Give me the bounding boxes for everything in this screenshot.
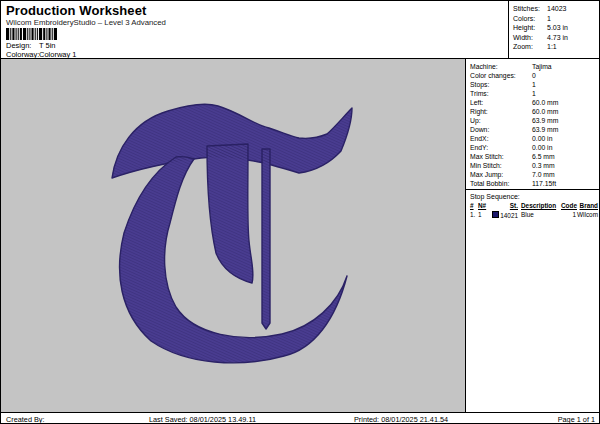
col-description: Description: [518, 202, 561, 211]
machine-row: Min Stitch:0.3 mm: [470, 161, 599, 170]
design-canvas: [1, 59, 465, 412]
summary-label: Colors:: [513, 14, 547, 24]
cell-brand: Wilcom: [576, 211, 598, 220]
machine-info-panel: Machine:Tajima Color changes:0 Stops:1 T…: [465, 59, 600, 412]
machine-label: EndX:: [470, 134, 532, 143]
machine-value: 60.0 mm: [532, 107, 558, 116]
machine-value: 1: [532, 80, 536, 89]
machine-row: EndX:0.00 in: [470, 134, 599, 143]
machine-label: Max Jump:: [470, 170, 532, 179]
machine-value: 0: [532, 71, 536, 80]
cell-description: Blue: [518, 211, 561, 220]
machine-row: Max Stitch:6.5 mm: [470, 152, 599, 161]
machine-row: Left:60.0 mm: [470, 98, 599, 107]
footer-bar: Created By: Last Saved: 08/01/2025 13.49…: [1, 412, 600, 424]
machine-row: Down:63.9 mm: [470, 125, 599, 134]
machine-value: 7.0 mm: [532, 170, 555, 179]
machine-row: EndY:0.00 in: [470, 143, 599, 152]
cell-num: 1.: [470, 211, 478, 220]
summary-row: Colors:1: [513, 14, 599, 24]
stitch-summary-panel: Stitches:14023 Colors:1 Height:5.03 in W…: [508, 1, 600, 59]
colorway-row: Colorway: Colorway 1: [6, 50, 77, 59]
page-title: Production Worksheet: [6, 3, 146, 18]
machine-label: Left:: [470, 98, 532, 107]
machine-value: 60.0 mm: [532, 98, 558, 107]
cell-n: 1: [478, 211, 491, 220]
summary-value: 5.03 in: [547, 23, 568, 33]
machine-value: 117.15ft: [532, 179, 556, 188]
printed-text: Printed: 08/01/2025 21.41.54: [354, 415, 448, 424]
summary-label: Width:: [513, 33, 547, 43]
col-st: St.: [491, 202, 518, 211]
machine-value: 63.9 mm: [532, 125, 558, 134]
machine-value: 1: [532, 89, 536, 98]
stop-sequence-table: # N# St. Description Code Brand 1. 1 140…: [470, 202, 598, 220]
summary-row: Height:5.03 in: [513, 23, 599, 33]
table-header-row: # N# St. Description Code Brand: [470, 202, 598, 211]
cell-code: 1: [561, 211, 576, 220]
machine-label: EndY:: [470, 143, 532, 152]
machine-label: Down:: [470, 125, 532, 134]
machine-label: Machine:: [470, 62, 532, 71]
machine-label: Color changes:: [470, 71, 532, 80]
colorway-value: Colorway 1: [39, 50, 77, 59]
machine-label: Up:: [470, 116, 532, 125]
machine-row: Right:60.0 mm: [470, 107, 599, 116]
machine-row: Up:63.9 mm: [470, 116, 599, 125]
machine-row: Max Jump:7.0 mm: [470, 170, 599, 179]
machine-label: Right:: [470, 107, 532, 116]
table-row: 1. 1 14021 Blue 1 Wilcom: [470, 211, 598, 220]
machine-row: Total Bobbin:117.15ft: [470, 179, 599, 188]
summary-row: Width:4.73 in: [513, 33, 599, 43]
stop-sequence-section: Stop Sequence: # N# St. Description Code…: [466, 190, 600, 220]
design-label: Design:: [6, 41, 39, 50]
summary-value: 1: [547, 14, 551, 24]
summary-label: Stitches:: [513, 4, 547, 14]
stop-sequence-title: Stop Sequence:: [470, 192, 598, 201]
machine-value: 0.00 in: [532, 143, 552, 152]
summary-row: Stitches:14023: [513, 4, 599, 14]
barcode: [6, 28, 57, 40]
machine-value: 63.9 mm: [532, 116, 558, 125]
last-saved-text: Last Saved: 08/01/2025 13.49.11: [149, 415, 256, 424]
machine-row: Trims:1: [470, 89, 599, 98]
machine-label: Stops:: [470, 80, 532, 89]
machine-label: Total Bobbin:: [470, 179, 532, 188]
col-brand: Brand: [576, 202, 598, 211]
summary-value: 4.73 in: [547, 33, 568, 43]
machine-row: Stops:1: [470, 80, 599, 89]
design-row: Design: T 5in: [6, 41, 56, 50]
machine-value: 6.5 mm: [532, 152, 555, 161]
created-by-label: Created By:: [6, 415, 45, 424]
design-value: T 5in: [39, 41, 56, 50]
colorway-label: Colorway:: [6, 50, 39, 59]
software-name: Wilcom EmbroideryStudio – Level 3 Advanc…: [6, 18, 166, 27]
summary-row: Zoom:1:1: [513, 42, 599, 52]
page-number: Page 1 of 1: [558, 415, 595, 424]
machine-row: Machine:Tajima: [470, 62, 599, 71]
machine-label: Min Stitch:: [470, 161, 532, 170]
machine-value: 0.3 mm: [532, 161, 555, 170]
summary-value: 14023: [547, 4, 566, 14]
summary-label: Zoom:: [513, 42, 547, 52]
embroidery-letter-T: [106, 101, 356, 373]
cell-st: 14021: [491, 211, 518, 220]
machine-value: 0.00 in: [532, 134, 552, 143]
machine-list: Machine:Tajima Color changes:0 Stops:1 T…: [466, 59, 600, 190]
summary-label: Height:: [513, 23, 547, 33]
machine-row: Color changes:0: [470, 71, 599, 80]
machine-label: Max Stitch:: [470, 152, 532, 161]
col-num: #: [470, 202, 478, 211]
summary-value: 1:1: [547, 42, 557, 52]
col-code: Code: [561, 202, 576, 211]
machine-value: Tajima: [532, 62, 552, 71]
header-panel: Production Worksheet Wilcom EmbroiderySt…: [1, 1, 508, 59]
machine-label: Trims:: [470, 89, 532, 98]
thread-color-swatch: [492, 211, 499, 218]
production-worksheet-page: Production Worksheet Wilcom EmbroiderySt…: [0, 0, 600, 424]
col-n: N#: [478, 202, 491, 211]
thread-code: 14021: [500, 211, 518, 218]
